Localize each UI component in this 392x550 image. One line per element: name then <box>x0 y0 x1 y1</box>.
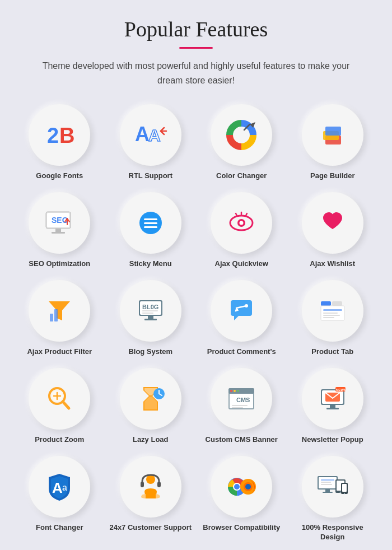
color-changer-icon <box>224 118 259 152</box>
feature-color-changer: Color Changer <box>199 104 284 181</box>
google-fonts-icon-circle: 2 B <box>29 104 90 166</box>
svg-rect-12 <box>325 127 341 136</box>
page-title: Popular Features <box>11 17 381 41</box>
svg-rect-90 <box>323 492 333 493</box>
feature-newsletter-popup: NEWS Newsletter Popup <box>290 368 376 445</box>
font-changer-icon: A a <box>42 469 77 504</box>
product-zoom-icon-circle <box>29 368 90 430</box>
page-subtitle: Theme developed with most powerful and h… <box>11 59 381 87</box>
feature-customer-support: 24x7 Customer Support <box>108 456 194 542</box>
svg-point-86 <box>245 484 251 490</box>
svg-rect-47 <box>323 317 334 318</box>
feature-product-zoom: Product Zoom <box>17 368 102 445</box>
feature-page-builder: Page Builder <box>290 104 376 181</box>
svg-text:CMS: CMS <box>236 397 250 403</box>
feature-product-comments: Product Comment's <box>199 280 284 357</box>
feature-responsive-design: 100% Responsive Design <box>290 456 376 542</box>
page-builder-label: Page Builder <box>310 171 354 181</box>
color-changer-icon-circle <box>211 104 272 166</box>
svg-rect-36 <box>142 313 153 314</box>
customer-support-label: 24x7 Customer Support <box>109 523 192 533</box>
newsletter-popup-icon: NEWS <box>315 381 350 416</box>
svg-text:NEWS: NEWS <box>336 388 346 391</box>
feature-lazy-load: Lazy Load <box>108 368 194 445</box>
svg-rect-78 <box>141 482 144 487</box>
feature-blog-system: BL0G Blog System <box>108 280 194 357</box>
svg-rect-95 <box>342 484 347 492</box>
sticky-menu-icon-circle <box>120 192 181 254</box>
svg-rect-21 <box>144 222 157 224</box>
rtl-support-label: RTL Support <box>129 171 172 181</box>
svg-point-63 <box>230 390 232 392</box>
page-builder-icon <box>315 118 350 152</box>
svg-rect-20 <box>144 218 157 220</box>
svg-point-7 <box>236 129 247 141</box>
ajax-wishlist-icon <box>315 206 350 240</box>
ajax-quickview-icon <box>224 206 259 240</box>
lazy-load-icon-circle <box>120 368 181 430</box>
page-builder-icon-circle <box>302 104 363 166</box>
newsletter-popup-icon-circle: NEWS <box>302 368 363 430</box>
browser-compatibility-icon <box>223 469 260 504</box>
rtl-support-icon: A A <box>134 120 167 151</box>
svg-text:A: A <box>52 479 63 496</box>
seo-optimization-label: SEO Optimization <box>29 259 90 269</box>
svg-rect-99 <box>321 484 332 485</box>
svg-rect-67 <box>232 407 243 408</box>
feature-seo-optimization: SEO SEO Optimization <box>17 192 102 269</box>
svg-rect-17 <box>52 232 65 234</box>
svg-text:BL0G: BL0G <box>142 304 158 310</box>
svg-marker-55 <box>144 397 157 409</box>
svg-line-28 <box>246 213 247 216</box>
blog-system-icon-circle: BL0G <box>120 280 181 342</box>
product-zoom-label: Product Zoom <box>35 435 84 445</box>
lazy-load-icon <box>133 381 168 416</box>
svg-line-52 <box>63 402 69 408</box>
feature-ajax-product-filter: Ajax Product Filter <box>17 280 102 357</box>
svg-line-27 <box>236 213 237 216</box>
svg-rect-38 <box>144 319 157 320</box>
svg-rect-44 <box>323 309 342 311</box>
browser-compatibility-label: Browser Compatibility <box>203 523 280 533</box>
feature-font-changer: A a Font Changer <box>17 456 102 542</box>
svg-point-25 <box>240 221 244 225</box>
font-changer-icon-circle: A a <box>29 456 90 518</box>
ajax-quickview-label: Ajax Quickview <box>215 259 268 269</box>
svg-rect-31 <box>54 309 58 321</box>
blog-system-label: Blog System <box>128 347 172 357</box>
svg-rect-46 <box>323 315 340 316</box>
svg-rect-30 <box>50 314 53 321</box>
ajax-product-filter-label: Ajax Product Filter <box>27 347 92 357</box>
svg-rect-16 <box>55 229 61 232</box>
svg-point-77 <box>146 475 155 484</box>
feature-ajax-quickview: Ajax Quickview <box>199 192 284 269</box>
ajax-product-filter-icon-circle <box>29 280 90 342</box>
svg-point-64 <box>234 390 236 392</box>
feature-custom-cms-banner: CMS Custom CMS Banner <box>199 368 284 445</box>
svg-rect-35 <box>142 310 158 311</box>
custom-cms-banner-icon-circle: CMS <box>211 368 272 430</box>
google-fonts-icon: 2 B <box>43 118 76 152</box>
product-comments-icon <box>224 293 259 328</box>
feature-browser-compatibility: Browser Compatibility <box>199 456 284 542</box>
svg-rect-89 <box>325 490 330 492</box>
product-comments-label: Product Comment's <box>207 347 276 357</box>
svg-rect-74 <box>326 408 339 409</box>
svg-rect-79 <box>157 482 161 487</box>
svg-text:A: A <box>148 126 161 145</box>
newsletter-popup-label: Newsletter Popup <box>302 435 363 445</box>
custom-cms-banner-icon: CMS <box>224 381 259 416</box>
svg-rect-97 <box>321 479 334 481</box>
ajax-wishlist-label: Ajax Wishlist <box>310 259 355 269</box>
ajax-wishlist-icon-circle <box>302 192 363 254</box>
responsive-design-icon-circle <box>302 456 363 518</box>
product-tab-icon-circle <box>302 280 363 342</box>
browser-compatibility-icon-circle <box>211 456 272 518</box>
google-fonts-label: Google Fonts <box>36 171 83 181</box>
svg-rect-45 <box>323 313 338 314</box>
ajax-product-filter-icon <box>42 293 77 328</box>
feature-rtl-support: A A RTL Support <box>108 104 194 181</box>
svg-rect-73 <box>330 405 335 408</box>
title-underline <box>179 47 213 49</box>
svg-text:2: 2 <box>47 124 59 147</box>
